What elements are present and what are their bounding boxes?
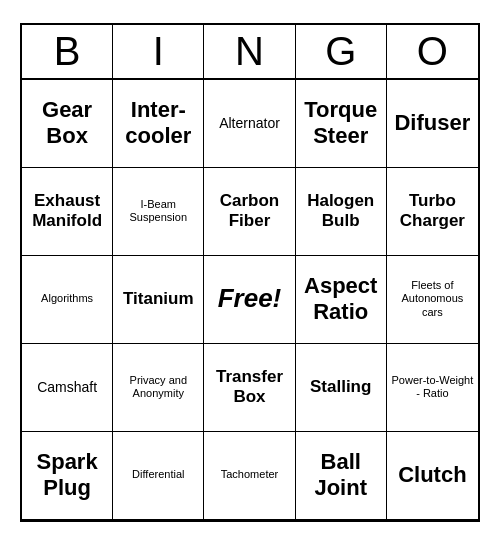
header-letter: O [387, 25, 478, 78]
bingo-cell: Inter-cooler [113, 80, 204, 168]
bingo-cell: Halogen Bulb [296, 168, 387, 256]
bingo-cell: Differential [113, 432, 204, 520]
bingo-grid: Gear BoxInter-coolerAlternatorTorque Ste… [22, 80, 478, 520]
bingo-cell: Free! [204, 256, 295, 344]
bingo-cell: Clutch [387, 432, 478, 520]
header-letter: G [296, 25, 387, 78]
bingo-cell: Carbon Fiber [204, 168, 295, 256]
bingo-cell: Alternator [204, 80, 295, 168]
bingo-cell: Aspect Ratio [296, 256, 387, 344]
bingo-cell: Exhaust Manifold [22, 168, 113, 256]
bingo-cell: Transfer Box [204, 344, 295, 432]
bingo-cell: Difuser [387, 80, 478, 168]
bingo-cell: Fleets of Autonomous cars [387, 256, 478, 344]
bingo-cell: Tachometer [204, 432, 295, 520]
bingo-cell: Privacy and Anonymity [113, 344, 204, 432]
bingo-cell: Titanium [113, 256, 204, 344]
bingo-card: BINGO Gear BoxInter-coolerAlternatorTorq… [20, 23, 480, 522]
header-letter: N [204, 25, 295, 78]
header-letter: I [113, 25, 204, 78]
bingo-cell: Turbo Charger [387, 168, 478, 256]
bingo-cell: I-Beam Suspension [113, 168, 204, 256]
header-letter: B [22, 25, 113, 78]
bingo-cell: Spark Plug [22, 432, 113, 520]
bingo-cell: Ball Joint [296, 432, 387, 520]
bingo-cell: Torque Steer [296, 80, 387, 168]
bingo-cell: Gear Box [22, 80, 113, 168]
bingo-cell: Camshaft [22, 344, 113, 432]
bingo-cell: Power-to-Weight - Ratio [387, 344, 478, 432]
bingo-header: BINGO [22, 25, 478, 80]
bingo-cell: Stalling [296, 344, 387, 432]
bingo-cell: Algorithms [22, 256, 113, 344]
